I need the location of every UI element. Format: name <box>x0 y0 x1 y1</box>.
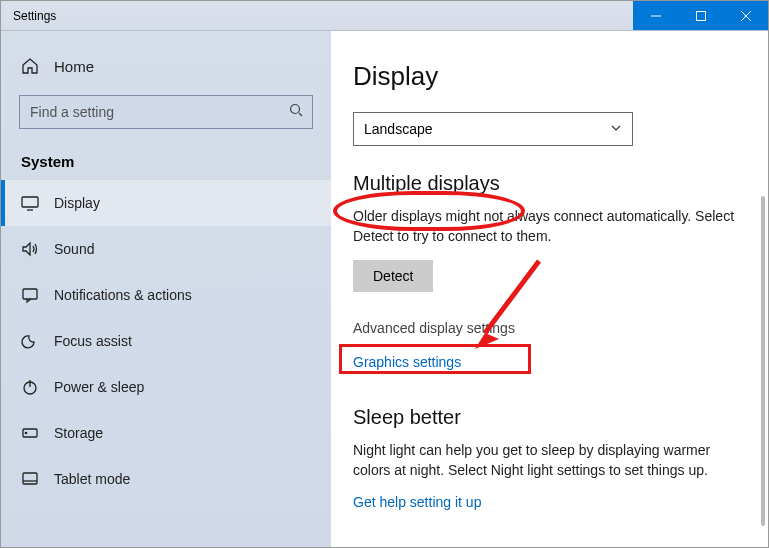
sleep-better-body: Night light can help you get to sleep by… <box>353 441 744 480</box>
svg-point-4 <box>291 105 300 114</box>
notifications-icon <box>21 286 39 304</box>
search-icon <box>289 103 303 121</box>
sleep-better-heading: Sleep better <box>353 406 744 429</box>
svg-rect-13 <box>23 473 37 484</box>
sidebar-item-notifications[interactable]: Notifications & actions <box>1 272 331 318</box>
multiple-displays-heading: Multiple displays <box>353 172 744 195</box>
search-input[interactable] <box>19 95 313 129</box>
sidebar-item-sound[interactable]: Sound <box>1 226 331 272</box>
minimize-button[interactable] <box>633 1 678 30</box>
sidebar: Home System Display Sound Notifications … <box>1 31 331 547</box>
get-help-link[interactable]: Get help setting it up <box>353 494 744 510</box>
graphics-settings-link[interactable]: Graphics settings <box>353 354 744 370</box>
svg-rect-6 <box>22 197 38 207</box>
multiple-displays-body: Older displays might not always connect … <box>353 207 744 246</box>
display-icon <box>21 194 39 212</box>
content: Display Landscape Multiple displays Olde… <box>331 31 768 547</box>
sidebar-item-label: Storage <box>54 425 103 441</box>
svg-rect-1 <box>696 11 705 20</box>
sidebar-item-power-sleep[interactable]: Power & sleep <box>1 364 331 410</box>
sidebar-item-label: Notifications & actions <box>54 287 192 303</box>
focus-assist-icon <box>21 332 39 350</box>
sidebar-item-display[interactable]: Display <box>1 180 331 226</box>
orientation-value: Landscape <box>364 121 433 137</box>
maximize-button[interactable] <box>678 1 723 30</box>
titlebar: Settings <box>1 1 768 31</box>
sidebar-item-label: Display <box>54 195 100 211</box>
sidebar-item-label: Focus assist <box>54 333 132 349</box>
sidebar-item-label: Sound <box>54 241 94 257</box>
page-title: Display <box>353 61 744 92</box>
sidebar-item-tablet-mode[interactable]: Tablet mode <box>1 456 331 502</box>
storage-icon <box>21 424 39 442</box>
advanced-display-settings-link[interactable]: Advanced display settings <box>353 320 744 336</box>
sidebar-item-storage[interactable]: Storage <box>1 410 331 456</box>
sound-icon <box>21 240 39 258</box>
section-title: System <box>1 145 331 180</box>
sidebar-item-focus-assist[interactable]: Focus assist <box>1 318 331 364</box>
svg-point-12 <box>25 432 26 433</box>
home-label: Home <box>54 58 94 75</box>
sidebar-item-label: Power & sleep <box>54 379 144 395</box>
home-nav[interactable]: Home <box>1 49 331 83</box>
close-button[interactable] <box>723 1 768 30</box>
orientation-dropdown[interactable]: Landscape <box>353 112 633 146</box>
home-icon <box>21 57 39 75</box>
nav-list: Display Sound Notifications & actions Fo… <box>1 180 331 502</box>
tablet-icon <box>21 470 39 488</box>
power-icon <box>21 378 39 396</box>
scrollbar[interactable] <box>761 196 765 526</box>
sidebar-item-label: Tablet mode <box>54 471 130 487</box>
window-title: Settings <box>1 9 633 23</box>
svg-line-5 <box>299 113 302 116</box>
detect-button[interactable]: Detect <box>353 260 433 292</box>
svg-rect-8 <box>23 289 37 299</box>
chevron-down-icon <box>610 121 622 137</box>
